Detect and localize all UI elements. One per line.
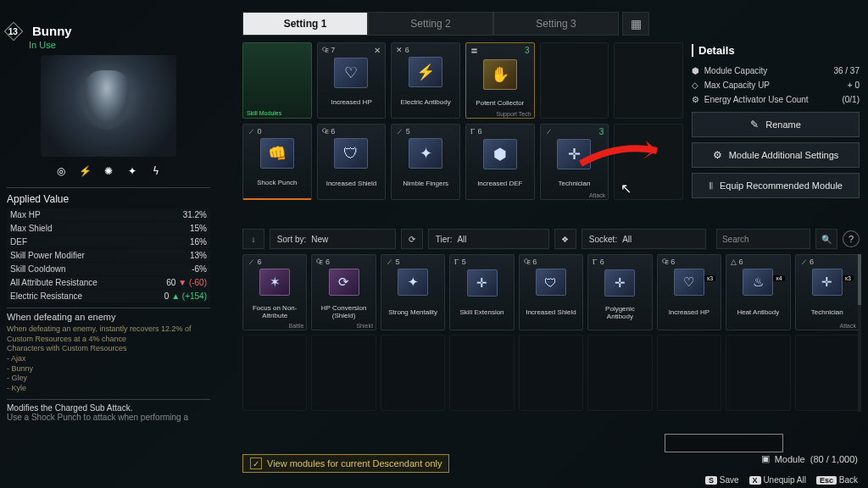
when-defeating-panel: When defeating an enemy When defeating a… bbox=[7, 308, 210, 394]
empty-inventory-slot[interactable] bbox=[726, 335, 790, 411]
inventory-card[interactable]: ⟋ 6 ✶ Focus on Non-AttributeBattle bbox=[242, 254, 307, 330]
skill-icon-1[interactable]: ◎ bbox=[52, 162, 70, 180]
refresh-button[interactable]: ⟳ bbox=[401, 229, 423, 249]
tooltip-box bbox=[665, 434, 783, 452]
left-panel: 13 Bunny In Use ◎ ⚡ ✺ ✦ ϟ Applied Value … bbox=[7, 24, 210, 422]
skill-icon-4[interactable]: ✦ bbox=[123, 162, 142, 180]
bars-icon: ⫴ bbox=[709, 180, 713, 191]
character-header: 13 Bunny bbox=[7, 24, 210, 38]
equip-recommended-button[interactable]: ⫴Equip Recommended Module bbox=[692, 173, 860, 198]
filter-bar: ↓ Sort by: New ⟳ Tier: All ❖ Socket: All… bbox=[242, 229, 860, 249]
stat-row: DEF16% bbox=[7, 236, 210, 248]
stat-row: Max Shield15% bbox=[7, 222, 210, 235]
view-current-descendant-checkbox[interactable]: ✓ View modules for current Descendant on… bbox=[242, 454, 449, 473]
detail-capacity-up: ◇ Max Capacity UP+ 0 bbox=[692, 78, 860, 92]
tab-grid-view-icon[interactable]: ▦ bbox=[622, 12, 649, 36]
inventory-card[interactable]: ₠ 6 ♡ x3 Increased HP bbox=[657, 254, 721, 330]
action-unequip[interactable]: X Unequip All bbox=[749, 475, 806, 485]
module-card[interactable]: 〓3 ✋ Potent CollectorSupport Tech bbox=[465, 42, 535, 119]
action-back[interactable]: Esc Back bbox=[816, 475, 858, 485]
settings-tabs: Setting 1 Setting 2 Setting 3 ▦ bbox=[242, 12, 649, 36]
action-save[interactable]: S Save bbox=[705, 475, 739, 485]
edit-icon: ✎ bbox=[750, 119, 759, 130]
character-name: Bunny bbox=[32, 24, 72, 38]
module-icon: ▣ bbox=[761, 453, 770, 464]
inventory-card[interactable]: Ⲅ 6 ✛ Polygenic Antibody bbox=[587, 254, 652, 330]
empty-module-slot[interactable] bbox=[614, 42, 683, 119]
empty-inventory-slot[interactable] bbox=[381, 335, 445, 411]
help-button[interactable]: ? bbox=[843, 230, 860, 247]
empty-inventory-slot[interactable] bbox=[311, 335, 376, 411]
module-card[interactable]: ⟋ 0 👊 Shock Punch bbox=[242, 124, 312, 200]
empty-module-slot[interactable] bbox=[540, 42, 609, 119]
skill-icon-2[interactable]: ⚡ bbox=[75, 162, 94, 180]
empty-inventory-slot[interactable] bbox=[587, 335, 652, 411]
tab-setting-3[interactable]: Setting 3 bbox=[493, 12, 619, 36]
stat-row: Electric Resistance0 ▲ (+154) bbox=[7, 290, 210, 302]
module-card[interactable]: ⟋ 5 ✦ Nimble Fingers bbox=[391, 124, 460, 200]
stat-row: All Attribute Resistance60 ▼ (-60) bbox=[7, 276, 210, 289]
module-card[interactable]: Ⲅ 6 ⬢ Increased DEF bbox=[465, 124, 535, 200]
inventory-grid: ⟋ 6 ✶ Focus on Non-AttributeBattle₠ 6 ⟳ … bbox=[242, 254, 860, 411]
stat-row: Max HP31.2% bbox=[7, 208, 210, 221]
module-card[interactable]: ✕ 6 ⚡ Electric Antibody bbox=[391, 42, 460, 119]
character-portrait bbox=[41, 55, 176, 157]
checkbox-icon: ✓ bbox=[250, 458, 262, 469]
tab-setting-2[interactable]: Setting 2 bbox=[368, 12, 493, 36]
level-badge: 13 bbox=[4, 21, 24, 41]
socket-filter-icon[interactable]: ❖ bbox=[554, 229, 576, 249]
when-header: When defeating an enemy bbox=[7, 312, 210, 322]
skill-module-slot[interactable]: Skill Modules bbox=[242, 42, 312, 119]
inventory-card[interactable]: ⟋ 5 ✦ Strong Mentality bbox=[381, 254, 445, 330]
when-desc: When defeating an enemy, instantly recov… bbox=[7, 324, 210, 394]
applied-value-header: Applied Value bbox=[7, 191, 210, 208]
empty-inventory-slot[interactable] bbox=[657, 335, 721, 411]
gear-icon: ⚙ bbox=[713, 149, 722, 161]
tab-setting-1[interactable]: Setting 1 bbox=[242, 12, 368, 36]
stat-row: Skill Cooldown-6% bbox=[7, 263, 210, 275]
empty-inventory-slot[interactable] bbox=[795, 335, 860, 411]
module-card[interactable]: ₠ 7✕ ♡ Increased HP bbox=[317, 42, 387, 119]
module-additional-settings-button[interactable]: ⚙Module Additional Settings bbox=[692, 142, 860, 168]
module-card[interactable]: ₠ 6 🛡 Increased Shield bbox=[317, 124, 387, 200]
search-input[interactable]: Search bbox=[716, 229, 810, 249]
skill-icon-3[interactable]: ✺ bbox=[99, 162, 118, 180]
inventory-scrollbar[interactable] bbox=[858, 254, 861, 412]
empty-inventory-slot[interactable] bbox=[449, 335, 514, 411]
inventory-card[interactable]: ₠ 6 ⟳ HP Conversion (Shield)Shield bbox=[311, 254, 376, 330]
inventory-card[interactable]: ₠ 6 🛡 Increased Shield bbox=[519, 254, 583, 330]
tier-dropdown[interactable]: Tier: All bbox=[428, 229, 549, 249]
detail-activator: ⚙ Energy Activator Use Count(0/1) bbox=[692, 92, 860, 107]
empty-inventory-slot[interactable] bbox=[519, 335, 583, 411]
status-in-use: In Use bbox=[29, 40, 210, 50]
sort-dropdown[interactable]: Sort by: New bbox=[270, 229, 396, 249]
inventory-card[interactable]: Ⲅ 5 ✛ Skill Extension bbox=[449, 254, 514, 330]
inventory-card[interactable]: ⟋ 6 ✛ x3 TechnicianAttack bbox=[795, 254, 860, 330]
applied-value-panel: Applied Value Max HP31.2%Max Shield15%DE… bbox=[7, 187, 210, 302]
charged-modifier: Modifies the Charged Sub Attack. Use a S… bbox=[7, 399, 210, 422]
inventory-card[interactable]: △ 6 ♨ x4 Heat Antibody bbox=[726, 254, 790, 330]
filter-descending-button[interactable]: ↓ bbox=[242, 229, 264, 249]
details-panel: Details ⬢ Module Capacity36 / 37 ◇ Max C… bbox=[692, 44, 860, 198]
stat-row: Skill Power Modifier13% bbox=[7, 249, 210, 262]
detail-capacity: ⬢ Module Capacity36 / 37 bbox=[692, 64, 860, 78]
equipped-modules: Skill Modules₠ 7✕ ♡ Increased HP✕ 6 ⚡ El… bbox=[242, 42, 683, 200]
module-count: ▣ Module (80 / 1,000) bbox=[761, 453, 858, 464]
search-icon[interactable]: 🔍 bbox=[815, 229, 837, 249]
bottom-actions: S Save X Unequip All Esc Back bbox=[705, 475, 858, 485]
skill-icon-row: ◎ ⚡ ✺ ✦ ϟ bbox=[7, 162, 210, 180]
details-header: Details bbox=[692, 44, 860, 57]
rename-button[interactable]: ✎Rename bbox=[692, 112, 860, 137]
skill-icon-5[interactable]: ϟ bbox=[147, 162, 165, 180]
empty-module-slot[interactable] bbox=[614, 124, 683, 200]
module-card[interactable]: ⟋3 ✛ TechnicianAttack bbox=[540, 124, 609, 200]
empty-inventory-slot[interactable] bbox=[242, 335, 307, 411]
socket-dropdown[interactable]: Socket: All bbox=[581, 229, 706, 249]
